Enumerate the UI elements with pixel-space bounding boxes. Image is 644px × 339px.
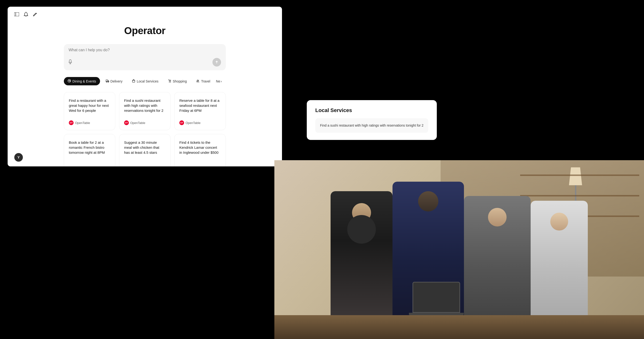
search-input[interactable] — [68, 48, 221, 52]
provider-name-2: OpenTable — [130, 121, 145, 125]
tabs-row: Dining & Events Delivery — [64, 77, 226, 85]
mic-icon[interactable] — [68, 59, 72, 65]
chevron-right-icon: › — [221, 79, 222, 83]
svg-point-2 — [26, 16, 26, 17]
svg-rect-9 — [132, 80, 135, 82]
main-content: Operator — [8, 20, 282, 166]
dining-icon — [68, 79, 71, 83]
suggestion-card-3[interactable]: Reserve a table for 8 at a seafood resta… — [174, 92, 226, 130]
notifications-icon[interactable] — [24, 12, 28, 18]
tab-shopping-label: Shopping — [173, 79, 187, 83]
popup-card[interactable]: Find a sushi restaurant with high rating… — [315, 118, 428, 133]
svg-point-10 — [169, 82, 170, 82]
card-text-2: Find a sushi restaurant with high rating… — [124, 98, 166, 116]
popup-title: Local Services — [315, 107, 428, 114]
tab-local[interactable]: Local Services — [128, 77, 162, 85]
popup-card-text: Find a sushi restaurant with high rating… — [320, 124, 424, 127]
card-text-6: Find 4 tickets to the Kendrick Lamar con… — [179, 140, 221, 166]
shopping-icon — [168, 79, 171, 83]
svg-rect-3 — [69, 60, 71, 63]
user-avatar[interactable]: Y — [14, 153, 23, 162]
provider-name-1: OpenTable — [75, 121, 90, 125]
video-overlay — [274, 160, 644, 339]
opentable-icon-2: OT — [124, 120, 129, 125]
suggestion-card-4[interactable]: Book a table for 2 at a romantic French … — [64, 134, 115, 166]
more-tabs-button[interactable]: Ne › — [216, 79, 222, 83]
sidebar-toggle-icon[interactable] — [14, 13, 19, 18]
opentable-icon-1: OT — [69, 120, 74, 125]
svg-point-11 — [170, 82, 171, 82]
suggestion-card-6[interactable]: Find 4 tickets to the Kendrick Lamar con… — [174, 134, 226, 166]
tab-dining-label: Dining & Events — [72, 79, 96, 83]
provider-name-3: OpenTable — [186, 121, 200, 125]
travel-icon — [196, 79, 200, 83]
tab-travel-label: Travel — [201, 79, 210, 83]
tab-dining[interactable]: Dining & Events — [64, 77, 100, 85]
tab-shopping[interactable]: Shopping — [164, 77, 190, 85]
svg-rect-0 — [14, 13, 19, 16]
delivery-icon — [106, 79, 109, 83]
tab-travel[interactable]: Travel — [192, 77, 214, 85]
suggestion-card-2[interactable]: Find a sushi restaurant with high rating… — [119, 92, 170, 130]
card-provider-2: OT OpenTable — [124, 120, 166, 125]
card-provider-1: OT OpenTable — [69, 120, 110, 125]
suggestion-card-1[interactable]: Find a restaurant with a great happy hou… — [64, 92, 115, 130]
card-text-3: Reserve a table for 8 at a seafood resta… — [179, 98, 221, 116]
tab-delivery-label: Delivery — [110, 79, 123, 83]
tab-local-label: Local Services — [137, 79, 158, 83]
page-title: Operator — [124, 25, 165, 37]
search-container — [64, 44, 226, 70]
send-button[interactable] — [212, 58, 221, 67]
cards-grid: Find a restaurant with a great happy hou… — [64, 92, 226, 166]
tab-delivery[interactable]: Delivery — [102, 77, 126, 85]
suggestion-card-5[interactable]: Suggest a 30 minute meal with chicken th… — [119, 134, 170, 166]
card-provider-3: OT OpenTable — [179, 120, 221, 125]
video-scene — [274, 160, 644, 339]
app-window: Operator — [8, 7, 282, 166]
card-text-5: Suggest a 30 minute meal with chicken th… — [124, 140, 166, 166]
opentable-icon-3: OT — [179, 120, 184, 125]
tab-news-label: Ne — [216, 79, 220, 83]
local-icon — [132, 79, 135, 83]
toolbar — [8, 7, 282, 20]
card-text-4: Book a table for 2 at a romantic French … — [69, 140, 110, 166]
compose-icon[interactable] — [33, 12, 37, 18]
local-services-popup: Local Services Find a sushi restaurant w… — [307, 100, 437, 140]
card-text-1: Find a restaurant with a great happy hou… — [69, 98, 110, 116]
